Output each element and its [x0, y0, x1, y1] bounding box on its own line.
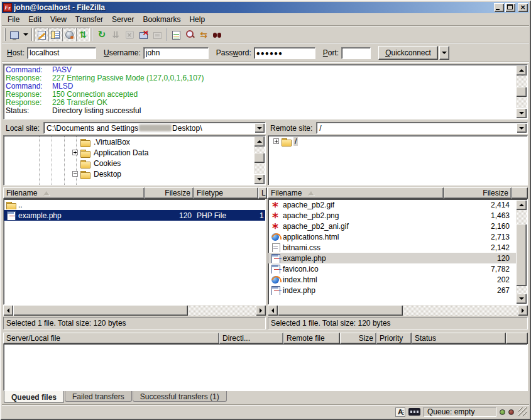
resize-grip[interactable] [518, 407, 527, 416]
remote-directory-tree[interactable]: / [268, 135, 528, 185]
tab-successful-transfers-1-[interactable]: Successful transfers (1) [133, 391, 227, 402]
column-header-status[interactable]: Status [412, 333, 506, 344]
column-header-filename[interactable]: Filename [3, 187, 145, 199]
scroll-left-button[interactable] [3, 305, 13, 316]
column-header-filesize[interactable]: Filesize [145, 187, 194, 199]
local-directory-tree[interactable]: .VirtualBoxApplication DataCookiesDeskto… [3, 135, 266, 185]
scroll-track[interactable] [516, 210, 527, 294]
site-manager-button[interactable] [8, 28, 21, 41]
file-row--[interactable]: .. [4, 199, 265, 210]
directory-comparison-button[interactable] [183, 28, 197, 41]
queue-body[interactable] [3, 344, 528, 391]
scroll-track[interactable] [278, 305, 518, 316]
close-button[interactable]: × [518, 3, 528, 12]
synchronized-browsing-button[interactable] [197, 28, 211, 41]
collapse-icon[interactable] [72, 171, 78, 177]
maximize-button[interactable] [505, 3, 515, 12]
file-row-index-html[interactable]: index.html202 [268, 274, 517, 285]
scroll-track[interactable] [516, 75, 527, 108]
disconnect-button[interactable] [136, 28, 150, 41]
process-queue-button[interactable] [109, 28, 123, 41]
scroll-up-button[interactable] [516, 200, 527, 210]
tree-item-root[interactable]: / [268, 136, 527, 146]
scroll-thumb[interactable] [516, 87, 527, 97]
column-header-filename[interactable]: Filename [268, 187, 444, 199]
username-input[interactable] [143, 47, 209, 59]
scroll-thumb[interactable] [516, 224, 527, 286]
scroll-right-button[interactable] [518, 305, 528, 316]
log-scrollbar[interactable] [516, 65, 527, 118]
scroll-track[interactable] [13, 305, 256, 316]
refresh-file-lists-button[interactable] [95, 28, 109, 41]
menu-bookmarks[interactable]: Bookmarks [138, 14, 185, 25]
column-header-l[interactable]: L [258, 187, 267, 199]
local-list-body[interactable]: ..example.php120PHP File1 [3, 199, 266, 305]
column-header-size[interactable]: Size [340, 333, 376, 344]
file-row-apache-pb2-gif[interactable]: apache_pb2.gif2,414 [268, 199, 517, 210]
toggle-remote-tree-button[interactable] [62, 28, 76, 41]
tree-item-desktop[interactable]: Desktop [4, 169, 265, 179]
scroll-thumb[interactable] [13, 305, 188, 316]
file-row-example-php[interactable]: example.php120 [268, 253, 517, 263]
host-input[interactable] [27, 47, 96, 59]
menu-file[interactable]: File [3, 14, 24, 25]
file-row-index-php[interactable]: index.php267 [268, 285, 517, 296]
site-manager-dropdown-button[interactable] [21, 28, 30, 41]
toggle-message-log-button[interactable] [35, 28, 48, 41]
reconnect-button[interactable] [150, 28, 164, 41]
tree-item--virtualbox[interactable]: .VirtualBox [4, 136, 265, 147]
file-row-applications-html[interactable]: applications.html2,713 [268, 231, 517, 242]
remote-hscrollbar[interactable] [268, 305, 528, 316]
quickconnect-dropdown-button[interactable] [439, 46, 449, 60]
file-row-apache-pb2-ani-gif[interactable]: apache_pb2_ani.gif2,160 [268, 221, 517, 231]
toggle-local-tree-button[interactable] [48, 28, 62, 41]
local-path-combobox[interactable]: C:\Documents and SettingsDesktop\ [43, 122, 266, 134]
file-row-example-php[interactable]: example.php120PHP File1 [4, 210, 265, 221]
expand-icon[interactable] [72, 150, 78, 155]
local-hscrollbar[interactable] [3, 305, 266, 316]
file-row-favicon-ico[interactable]: favicon.ico7,782 [268, 263, 517, 274]
tab-queued-files[interactable]: Queued files [4, 391, 64, 403]
directory-listing-filters-button[interactable] [169, 28, 183, 41]
menu-transfer[interactable]: Transfer [71, 14, 107, 25]
title-bar[interactable]: Fz john@localhost - FileZilla × [2, 2, 529, 13]
scroll-down-button[interactable] [516, 294, 527, 304]
remote-list-scrollbar[interactable] [516, 200, 527, 304]
scroll-left-button[interactable] [268, 305, 278, 316]
password-input[interactable] [254, 47, 315, 59]
remote-list-body[interactable]: apache_pb2.gif2,414apache_pb2.png1,463ap… [268, 199, 528, 305]
menu-help[interactable]: Help [185, 14, 209, 25]
arrow-up-icon [519, 69, 524, 72]
menu-view[interactable]: View [46, 14, 71, 25]
cancel-operation-button[interactable] [123, 28, 136, 41]
remote-path-combobox[interactable]: / [316, 122, 528, 134]
quickconnect-button[interactable]: Quickconnect [378, 46, 438, 60]
minimize-button[interactable] [494, 3, 504, 12]
combo-dropdown-button[interactable] [255, 123, 265, 133]
file-row-bitnami-css[interactable]: bitnami.css2,142 [268, 242, 517, 253]
scroll-thumb[interactable] [278, 305, 403, 316]
expand-icon[interactable] [273, 138, 279, 144]
toolbar-grip[interactable] [4, 28, 6, 41]
find-files-button[interactable] [211, 28, 224, 41]
scroll-up-button[interactable] [516, 65, 527, 75]
scroll-down-button[interactable] [516, 108, 527, 118]
column-header-filetype[interactable]: Filetype [194, 187, 258, 199]
tab-failed-transfers[interactable]: Failed transfers [65, 391, 132, 402]
column-header-remote-file[interactable]: Remote file [283, 333, 340, 344]
combo-dropdown-button[interactable] [517, 123, 527, 133]
tree-item-cookies[interactable]: Cookies [4, 158, 265, 169]
toggle-transfer-queue-button[interactable] [76, 28, 90, 41]
scroll-right-button[interactable] [256, 305, 266, 316]
column-header-server-local-file[interactable]: Server/Local file [3, 333, 219, 344]
column-header-directi-[interactable]: Directi... [219, 333, 283, 344]
column-header-filesize[interactable]: Filesize [444, 187, 512, 199]
tree-item-application-data[interactable]: Application Data [4, 147, 265, 158]
port-input[interactable] [341, 47, 371, 59]
message-log[interactable]: Command:PASVResponse:227 Entering Passiv… [3, 64, 528, 119]
column-header-priority[interactable]: Priority [376, 333, 412, 344]
file-row-apache-pb2-png[interactable]: apache_pb2.png1,463 [268, 210, 517, 221]
speed-limit-indicator-icon[interactable] [408, 408, 420, 416]
menu-server[interactable]: Server [107, 14, 138, 25]
menu-edit[interactable]: Edit [24, 14, 46, 25]
